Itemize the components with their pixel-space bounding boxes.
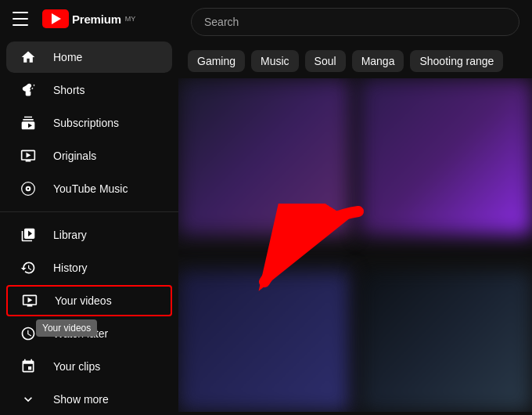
library-icon	[19, 226, 38, 244]
show-more-label: Show more	[53, 393, 109, 406]
chip-soul[interactable]: Soul	[305, 50, 346, 72]
sidebar-header: PremiumMY	[0, 0, 178, 38]
main-content: Search Gaming Music Soul Manga Shooting …	[178, 0, 532, 415]
chip-shooting-range[interactable]: Shooting range	[410, 50, 503, 72]
sidebar-item-history[interactable]: History	[6, 252, 172, 283]
your-videos-tooltip: Your videos	[36, 319, 97, 337]
bg-blur-4	[360, 271, 532, 412]
home-icon	[19, 48, 38, 67]
subscriptions-icon	[19, 114, 38, 132]
youtube-music-icon	[19, 179, 38, 198]
search-placeholder: Search	[204, 16, 239, 28]
sidebar-item-home[interactable]: Home	[6, 42, 172, 73]
subscriptions-label: Subscriptions	[53, 117, 119, 129]
sidebar-item-library[interactable]: Library	[6, 219, 172, 251]
chip-gaming[interactable]: Gaming	[188, 50, 245, 72]
clips-icon	[19, 357, 38, 376]
history-icon	[19, 258, 38, 277]
logo-area: PremiumMY	[42, 9, 135, 28]
search-bar[interactable]: Search	[191, 8, 519, 36]
chip-music[interactable]: Music	[251, 50, 299, 72]
sidebar: PremiumMY Home Shorts	[0, 0, 178, 415]
filter-chips: Gaming Music Soul Manga Shooting range	[178, 44, 532, 78]
sidebar-nav: Home Shorts Subscriptions	[0, 38, 178, 415]
youtube-music-label: YouTube Music	[53, 182, 128, 195]
sidebar-item-show-more[interactable]: Show more	[6, 384, 172, 415]
svg-point-2	[27, 188, 30, 190]
content-area	[178, 78, 532, 412]
chip-manga[interactable]: Manga	[352, 50, 404, 72]
youtube-logo-icon	[42, 9, 69, 28]
nav-divider-1	[0, 211, 178, 212]
your-videos-icon	[20, 291, 39, 310]
originals-label: Originals	[53, 150, 96, 162]
shorts-label: Shorts	[53, 84, 84, 96]
bg-blur-2	[360, 78, 532, 235]
shorts-icon	[19, 81, 38, 99]
watch-later-icon	[19, 324, 38, 343]
premium-label: Premium	[72, 13, 121, 26]
top-bar: Search	[178, 0, 532, 44]
originals-icon	[19, 146, 38, 165]
sidebar-item-youtube-music[interactable]: YouTube Music	[6, 173, 172, 204]
your-clips-label: Your clips	[53, 360, 100, 373]
play-triangle-icon	[52, 13, 61, 24]
chevron-down-icon	[19, 390, 38, 409]
sidebar-item-your-clips[interactable]: Your clips	[6, 351, 172, 382]
sidebar-item-originals[interactable]: Originals	[6, 140, 172, 171]
my-badge: MY	[125, 15, 136, 23]
home-label: Home	[53, 51, 82, 63]
history-label: History	[53, 262, 88, 274]
sidebar-item-shorts[interactable]: Shorts	[6, 74, 172, 106]
library-label: Library	[53, 229, 87, 241]
sidebar-item-your-videos[interactable]: Your videos Your videos	[6, 285, 172, 316]
hamburger-menu-button[interactable]	[13, 9, 31, 28]
sidebar-item-subscriptions[interactable]: Subscriptions	[6, 107, 172, 139]
bg-blur-1	[178, 78, 350, 235]
your-videos-label: Your videos	[55, 294, 112, 307]
bg-blur-3	[178, 271, 350, 412]
